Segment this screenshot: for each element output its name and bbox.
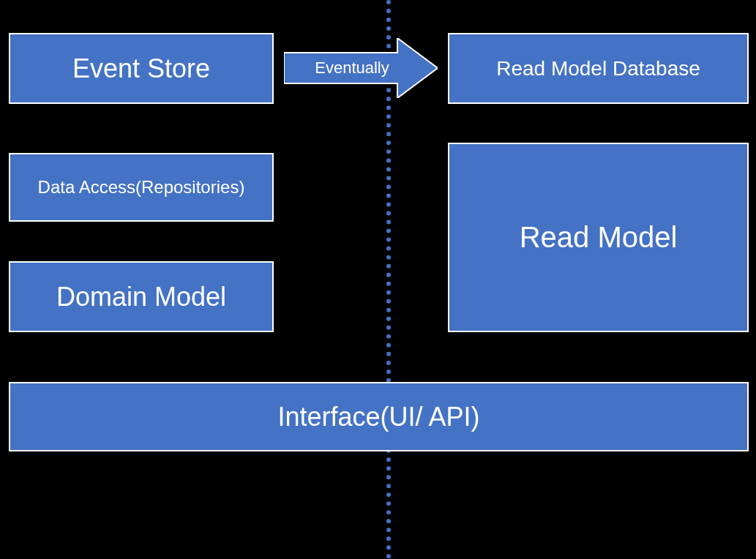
read-model-label: Read Model	[520, 221, 678, 254]
eventually-arrow: Eventually	[284, 38, 438, 98]
interface-box: Interface(UI/ API)	[9, 382, 749, 451]
read-model-database-label: Read Model Database	[496, 57, 700, 80]
event-store-label: Event Store	[72, 53, 210, 84]
event-store-box: Event Store	[9, 33, 274, 104]
data-access-label: Data Access(Repositories)	[38, 177, 245, 198]
arrow-label: Eventually	[315, 59, 389, 78]
interface-label: Interface(UI/ API)	[277, 402, 479, 432]
data-access-box: Data Access(Repositories)	[9, 153, 274, 222]
read-model-box: Read Model	[448, 143, 749, 332]
read-model-database-box: Read Model Database	[448, 33, 749, 104]
domain-model-label: Domain Model	[56, 282, 226, 312]
domain-model-box: Domain Model	[9, 261, 274, 332]
